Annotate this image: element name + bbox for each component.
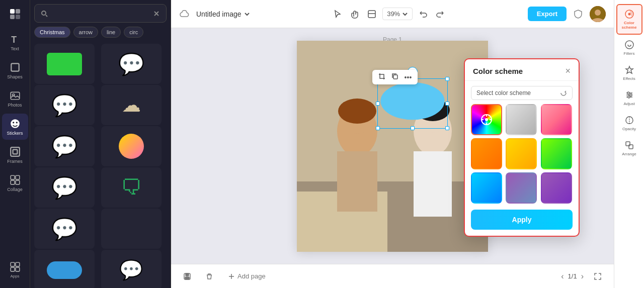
sticker-gradient-circle[interactable] — [101, 126, 162, 166]
layout-tool[interactable] — [365, 8, 378, 21]
sticker-cloud[interactable]: ☁ — [101, 85, 162, 125]
apply-button[interactable]: Apply — [471, 210, 573, 230]
sticker-red-bubble[interactable]: 💬 — [34, 167, 95, 208]
svg-point-45 — [628, 13, 630, 16]
svg-rect-1 — [16, 9, 20, 14]
right-item-color-scheme[interactable]: Color scheme — [616, 4, 642, 35]
svg-rect-6 — [11, 92, 20, 99]
add-page-button[interactable]: Add page — [223, 270, 270, 282]
svg-point-21 — [42, 11, 46, 15]
app-logo[interactable] — [6, 5, 24, 23]
svg-rect-43 — [186, 273, 189, 276]
sidebar-item-apps[interactable]: Apps — [2, 257, 28, 283]
sticker-brown-bubble[interactable]: 💬 — [101, 250, 162, 288]
popup-close-button[interactable]: × — [565, 66, 571, 75]
scheme-orange[interactable] — [471, 138, 502, 169]
sidebar-item-photos[interactable]: Photos — [2, 85, 28, 112]
hand-tool[interactable] — [348, 8, 361, 21]
scheme-rainbow[interactable] — [471, 104, 502, 135]
handle-br[interactable] — [445, 126, 449, 130]
redo-button[interactable] — [434, 8, 447, 21]
scheme-search[interactable]: Select color scheme — [471, 86, 573, 100]
svg-rect-33 — [414, 151, 452, 217]
pagination: ‹ 1/1 › — [561, 272, 584, 281]
sticker-green-small[interactable]: 🗨 — [101, 167, 162, 208]
svg-point-10 — [16, 122, 17, 123]
export-button[interactable]: Export — [528, 7, 567, 21]
popup-header: Color scheme × — [465, 59, 579, 81]
tags-row: Christmas arrow line circ — [30, 27, 171, 42]
svg-rect-5 — [11, 63, 19, 71]
handle-tr[interactable] — [445, 77, 449, 81]
plus-icon — [227, 272, 235, 280]
right-item-arrange[interactable]: Arrange — [616, 136, 642, 160]
sticker-green-bubble2[interactable]: 💬 — [34, 126, 95, 166]
canvas-photo: ↺ ••• — [297, 41, 488, 252]
sticker-green-rect[interactable] — [34, 44, 95, 84]
sticker-blue-rect[interactable] — [34, 250, 95, 288]
tag-christmas[interactable]: Christmas — [34, 27, 70, 38]
svg-point-31 — [338, 99, 376, 124]
sidebar-item-text[interactable]: T Text — [2, 29, 28, 55]
select-tool[interactable] — [331, 8, 344, 21]
sidebar-item-stickers[interactable]: Stickers — [2, 114, 28, 140]
copy-btn[interactable] — [389, 72, 400, 82]
handle-bl[interactable] — [376, 126, 380, 130]
filters-icon — [624, 40, 634, 50]
svg-rect-22 — [368, 11, 375, 18]
shield-icon — [573, 9, 584, 20]
svg-point-41 — [485, 118, 488, 121]
handle-mr[interactable] — [445, 102, 449, 106]
save-button[interactable] — [179, 270, 195, 282]
tag-circ[interactable]: circ — [124, 27, 143, 38]
svg-rect-15 — [11, 180, 15, 184]
zoom-control[interactable]: 39% — [382, 8, 413, 20]
sticker-green-bubble[interactable]: 💬 — [101, 44, 162, 84]
left-sidebar: T Text Shapes Photos Stickers Frames Col… — [0, 0, 30, 288]
scheme-green[interactable] — [541, 138, 572, 169]
floating-toolbar: ••• — [372, 70, 418, 84]
tag-arrow[interactable]: arrow — [73, 27, 99, 38]
undo-button[interactable] — [417, 8, 430, 21]
sticker-pink-bubble[interactable]: 💬 — [34, 85, 95, 125]
scheme-purple-gradient[interactable] — [506, 172, 537, 204]
close-icon[interactable] — [153, 10, 160, 17]
svg-rect-17 — [11, 262, 15, 266]
right-item-effects[interactable]: Effects — [616, 61, 642, 85]
sidebar-item-frames[interactable]: Frames — [2, 142, 28, 168]
scheme-blue[interactable] — [471, 172, 502, 204]
search-input[interactable]: bubble — [52, 10, 149, 17]
scheme-purple-dark[interactable] — [541, 172, 572, 204]
scheme-gray[interactable] — [506, 104, 537, 135]
crop-btn[interactable] — [376, 72, 387, 82]
sticker-yellow-bubble[interactable]: 💬 — [34, 209, 95, 249]
avatar[interactable] — [590, 6, 606, 22]
right-item-filters[interactable]: Filters — [616, 36, 642, 60]
selection-overlay: ↺ — [377, 78, 448, 129]
svg-rect-0 — [10, 9, 15, 14]
scheme-pink-gradient[interactable] — [541, 104, 572, 135]
arrange-icon — [624, 140, 634, 150]
scheme-grid — [465, 104, 579, 204]
right-item-adjust[interactable]: Adjust — [616, 86, 642, 110]
more-btn[interactable]: ••• — [403, 72, 414, 82]
sidebar-item-shapes[interactable]: Shapes — [2, 57, 28, 83]
right-panel: Color scheme Filters Effects Adjust Opac… — [614, 0, 644, 288]
handle-bm[interactable] — [411, 126, 415, 130]
svg-rect-38 — [380, 74, 384, 78]
right-item-opacity[interactable]: Opacity — [616, 111, 642, 135]
next-page-button[interactable]: › — [581, 272, 584, 281]
svg-rect-2 — [10, 15, 15, 19]
bottom-bar: Add page ‹ 1/1 › — [171, 264, 614, 288]
handle-ml[interactable] — [376, 102, 380, 106]
svg-point-47 — [627, 92, 629, 94]
delete-button[interactable] — [201, 270, 217, 282]
tag-line[interactable]: line — [101, 27, 121, 38]
sidebar-item-collage[interactable]: Collage — [2, 170, 28, 196]
document-title[interactable]: Untitled image — [196, 10, 251, 18]
fit-screen-button[interactable] — [590, 270, 606, 282]
svg-point-49 — [628, 96, 630, 98]
canvas-area: Page 1 — [171, 28, 614, 264]
scheme-yellow-orange[interactable] — [506, 138, 537, 169]
prev-page-button[interactable]: ‹ — [561, 272, 564, 281]
